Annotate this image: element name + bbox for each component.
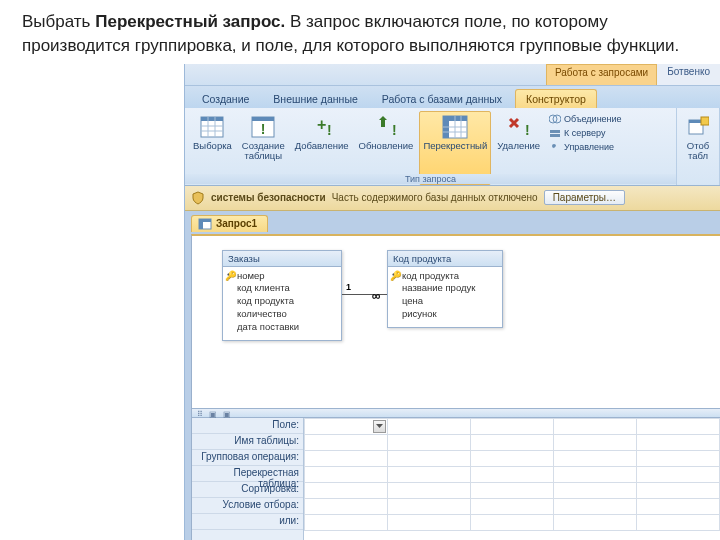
svg-rect-1 (201, 117, 223, 121)
grid-row-headers: Поле: Имя таблицы: Групповая операция: П… (192, 418, 304, 540)
tab-external-data[interactable]: Внешние данные (262, 89, 368, 108)
query-passthrough-button[interactable]: К серверу (549, 127, 622, 139)
field-cell[interactable] (305, 418, 388, 434)
access-window: Работа с запросами Ботвенко Создание Вне… (184, 64, 720, 540)
tab-database-tools[interactable]: Работа с базами данных (371, 89, 513, 108)
window-user-label: Ботвенко (657, 64, 720, 85)
svg-text:!: ! (525, 122, 530, 138)
dropdown-button[interactable] (373, 420, 386, 433)
key-icon: 🔑 (225, 270, 237, 283)
table-orders[interactable]: Заказы * 🔑номер код клиента код продукта… (222, 250, 342, 341)
title-tab-strip: Работа с запросами Ботвенко (185, 64, 720, 86)
document-area: Запрос1 Заказы * 🔑номер код клиента код … (185, 211, 720, 540)
svg-text:!: ! (327, 122, 332, 138)
shield-icon (191, 191, 205, 205)
show-table-button[interactable]: Отоб табл (681, 111, 715, 185)
relationship-many-label: ∞ (372, 289, 381, 303)
contextual-tab-label: Работа с запросами (546, 64, 657, 85)
datasheet-icon (199, 114, 225, 140)
query-datadef-button[interactable]: Управление (549, 141, 622, 153)
security-options-button[interactable]: Параметры… (544, 190, 625, 205)
svg-text:!: ! (392, 122, 397, 138)
design-grid: Поле: Имя таблицы: Групповая операция: П… (192, 418, 720, 540)
instruction-text: Выбрать Перекрестный запрос. В запрос вк… (0, 0, 720, 64)
append-icon: +! (309, 114, 335, 140)
crosstab-icon (442, 114, 468, 140)
svg-rect-30 (199, 219, 203, 229)
update-icon: ! (373, 114, 399, 140)
showtable-icon (685, 114, 711, 140)
union-icon (549, 113, 561, 125)
svg-rect-23 (550, 130, 560, 133)
group-query-type: Выборка ! Создание таблицы +! Добавление (185, 108, 677, 185)
query-union-button[interactable]: Объединение (549, 113, 622, 125)
server-icon (549, 127, 561, 139)
maketable-icon: ! (250, 114, 276, 140)
relationship-one-label: 1 (346, 282, 351, 292)
group-label: Тип запроса (185, 174, 676, 184)
svg-text:!: ! (261, 121, 266, 137)
svg-rect-24 (550, 134, 560, 137)
query-tab[interactable]: Запрос1 (191, 215, 268, 232)
svg-rect-11 (381, 120, 385, 127)
table-products[interactable]: Код продукта * 🔑код продукта название пр… (387, 250, 503, 328)
svg-rect-27 (701, 117, 709, 125)
table-products-title: Код продукта (388, 251, 502, 267)
ribbon-tab-row: Создание Внешние данные Работа с базами … (185, 86, 720, 108)
pane-splitter[interactable]: ⠿ ▣ ▣ (192, 408, 720, 418)
query-design-canvas[interactable]: Заказы * 🔑номер код клиента код продукта… (191, 234, 720, 540)
query-icon (198, 218, 212, 230)
tab-create[interactable]: Создание (191, 89, 260, 108)
table-orders-title: Заказы (223, 251, 341, 267)
tab-design[interactable]: Конструктор (515, 89, 597, 108)
svg-text:+: + (317, 116, 326, 133)
group-show: Отоб табл (677, 108, 720, 185)
security-message-bar: системы безопасности Часть содержимого б… (185, 186, 720, 211)
wrench-icon (549, 141, 561, 153)
grid-cells[interactable] (304, 418, 720, 540)
ribbon: Выборка ! Создание таблицы +! Добавление (185, 108, 720, 186)
delete-icon: ! (506, 114, 532, 140)
key-icon: 🔑 (390, 270, 402, 283)
